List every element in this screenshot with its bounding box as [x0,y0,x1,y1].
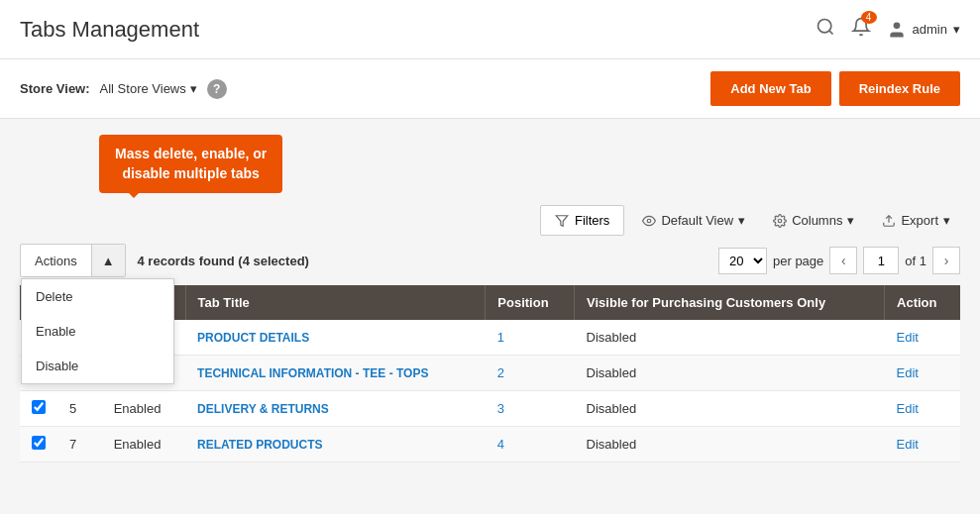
col-visible: Visible for Purchasing Customers Only [575,285,885,320]
row-position: 4 [486,427,575,463]
store-view-chevron: ▾ [190,81,197,96]
row-title: DELIVERY & RETURNS [185,391,486,427]
filter-label: Filters [575,213,609,228]
tooltip-box: Mass delete, enable, ordisable multiple … [99,135,282,193]
columns-label: Columns [792,213,842,228]
export-chevron: ▾ [943,213,950,228]
add-new-tab-button[interactable]: Add New Tab [710,71,830,106]
per-page-dropdown[interactable]: 20 30 50 [718,248,767,274]
row-action: Edit [885,356,960,391]
svg-point-4 [648,219,652,223]
notification-badge: 4 [861,11,877,24]
row-position: 2 [486,356,575,391]
top-header: Tabs Management 4 admin ▾ [0,0,980,59]
next-page-button[interactable]: › [932,247,960,274]
export-label: Export [901,213,938,228]
row-title: RELATED PRODUCTS [185,427,486,463]
per-page-label: per page [773,254,823,268]
edit-link[interactable]: Edit [897,401,919,416]
row-checkbox-cell [20,427,57,463]
row-checkbox[interactable] [32,400,46,414]
records-info: 4 records found (4 selected) [138,254,309,268]
admin-chevron: ▾ [953,22,960,37]
admin-menu[interactable]: admin ▾ [887,20,960,40]
table-row: 5 Enabled DELIVERY & RETURNS 3 Disabled … [20,391,960,427]
help-icon[interactable]: ? [207,79,227,99]
store-view-section: Store View: All Store Views ▾ ? [20,79,227,99]
tooltip-container: Mass delete, enable, ordisable multiple … [20,135,960,201]
view-chevron: ▾ [738,213,745,228]
row-visible: Disabled [575,391,885,427]
row-position: 1 [486,320,575,356]
tab-title-link[interactable]: DELIVERY & RETURNS [197,402,329,416]
per-page-select: 20 30 50 per page [718,248,823,274]
notification-icon[interactable]: 4 [851,17,871,42]
columns-button[interactable]: Columns ▾ [763,206,864,235]
edit-link[interactable]: Edit [897,330,919,345]
default-view-button[interactable]: Default View ▾ [632,206,755,235]
page-title: Tabs Management [20,17,199,43]
eye-icon [642,214,656,228]
col-position: Position [486,285,575,320]
actions-bar: Actions ▲ Delete Enable Disable 4 record… [20,244,960,277]
actions-menu: Delete Enable Disable [21,278,174,384]
actions-toggle[interactable]: ▲ [92,245,125,276]
enable-action[interactable]: Enable [22,314,173,349]
svg-marker-3 [556,215,568,226]
svg-line-1 [828,31,832,35]
edit-link[interactable]: Edit [897,365,919,380]
svg-point-2 [893,22,900,29]
delete-action[interactable]: Delete [22,279,173,314]
row-id: 5 [57,391,102,427]
edit-link[interactable]: Edit [897,437,919,452]
row-action: Edit [885,391,960,427]
row-action: Edit [885,427,960,463]
row-checkbox[interactable] [32,436,46,450]
admin-label: admin [913,22,947,37]
table-row: 7 Enabled RELATED PRODUCTS 4 Disabled Ed… [20,427,960,463]
col-tab-title: Tab Title [185,285,486,320]
tab-title-link[interactable]: PRODUCT DETAILS [197,331,309,345]
row-status: Enabled [102,391,185,427]
row-title: TECHNICAL INFORMATION - Tee - Tops [185,356,486,391]
svg-point-5 [778,219,782,223]
actions-dropdown: Actions ▲ Delete Enable Disable [20,244,126,277]
toolbar-row: Filters Default View ▾ Columns ▾ Export … [20,205,960,236]
tab-title-link[interactable]: TECHNICAL INFORMATION - Tee - Tops [197,366,428,380]
store-view-label: Store View: [20,81,90,96]
store-view-dropdown[interactable]: All Store Views ▾ [100,81,197,96]
filter-button[interactable]: Filters [540,205,624,236]
row-position: 3 [486,391,575,427]
page-number-input[interactable] [863,247,899,274]
col-action: Action [885,285,960,320]
columns-chevron: ▾ [847,213,854,228]
tab-title-link[interactable]: RELATED PRODUCTS [197,438,322,452]
header-right: 4 admin ▾ [816,17,960,42]
tooltip-text: Mass delete, enable, ordisable multiple … [115,146,267,181]
row-visible: Disabled [575,427,885,463]
prev-page-button[interactable]: ‹ [829,247,857,274]
row-checkbox-cell [20,391,57,427]
store-view-value: All Store Views [100,81,186,96]
row-status: Enabled [102,427,185,463]
export-button[interactable]: Export ▾ [872,206,960,235]
sub-header: Store View: All Store Views ▾ ? Add New … [0,59,980,119]
actions-label: Actions [21,245,92,276]
svg-point-0 [817,20,830,33]
disable-action[interactable]: Disable [22,349,173,383]
row-action: Edit [885,320,960,356]
pagination: 20 30 50 per page ‹ of 1 › [718,247,960,274]
records-count: 4 records found (4 selected) [138,254,309,268]
gear-icon [773,214,787,228]
filter-icon [555,214,569,228]
row-id: 7 [57,427,102,463]
reindex-rule-button[interactable]: Reindex Rule [839,71,960,106]
header-buttons: Add New Tab Reindex Rule [710,71,960,106]
row-title: PRODUCT DETAILS [185,320,486,356]
search-icon[interactable] [816,17,835,42]
content-area: Mass delete, enable, ordisable multiple … [0,119,980,478]
row-visible: Disabled [575,320,885,356]
export-icon [882,214,896,228]
view-label: Default View [661,213,733,228]
of-pages-label: of 1 [905,254,926,268]
